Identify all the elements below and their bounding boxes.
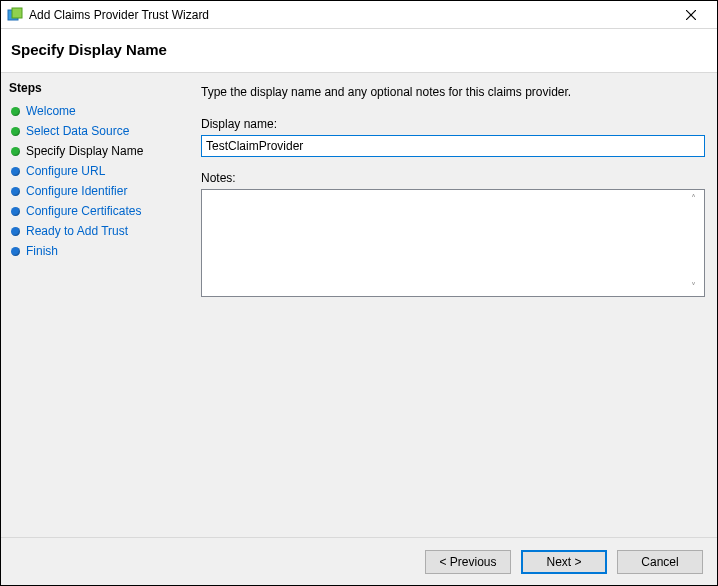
display-name-label: Display name: — [201, 117, 705, 135]
step-label: Configure Identifier — [26, 184, 127, 198]
svg-rect-1 — [12, 8, 22, 18]
step-configure-identifier[interactable]: Configure Identifier — [9, 181, 181, 201]
body: Steps Welcome Select Data Source Specify… — [1, 73, 717, 537]
titlebar: Add Claims Provider Trust Wizard — [1, 1, 717, 29]
header: Specify Display Name — [1, 29, 717, 73]
notes-box: ˄ ˅ — [201, 189, 705, 297]
step-bullet-icon — [11, 187, 20, 196]
content-panel: Type the display name and any optional n… — [189, 73, 717, 537]
steps-heading: Steps — [9, 79, 181, 101]
close-button[interactable] — [671, 1, 711, 29]
close-icon — [686, 10, 696, 20]
step-configure-url[interactable]: Configure URL — [9, 161, 181, 181]
step-label: Configure Certificates — [26, 204, 141, 218]
notes-label: Notes: — [201, 171, 705, 189]
step-bullet-icon — [11, 147, 20, 156]
app-icon — [7, 7, 23, 23]
step-label: Finish — [26, 244, 58, 258]
step-configure-certificates[interactable]: Configure Certificates — [9, 201, 181, 221]
step-bullet-icon — [11, 247, 20, 256]
display-name-input[interactable] — [201, 135, 705, 157]
notes-scrollbar[interactable]: ˄ ˅ — [685, 192, 702, 294]
footer: < Previous Next > Cancel — [1, 537, 717, 585]
notes-textarea[interactable] — [204, 192, 685, 294]
step-ready-to-add-trust[interactable]: Ready to Add Trust — [9, 221, 181, 241]
page-title: Specify Display Name — [11, 41, 707, 58]
step-label: Select Data Source — [26, 124, 129, 138]
step-specify-display-name[interactable]: Specify Display Name — [9, 141, 181, 161]
step-bullet-icon — [11, 207, 20, 216]
step-finish[interactable]: Finish — [9, 241, 181, 261]
step-bullet-icon — [11, 127, 20, 136]
scroll-down-icon: ˅ — [691, 280, 696, 294]
step-select-data-source[interactable]: Select Data Source — [9, 121, 181, 141]
step-bullet-icon — [11, 167, 20, 176]
cancel-button[interactable]: Cancel — [617, 550, 703, 574]
steps-sidebar: Steps Welcome Select Data Source Specify… — [1, 73, 189, 537]
step-bullet-icon — [11, 107, 20, 116]
step-bullet-icon — [11, 227, 20, 236]
step-label: Configure URL — [26, 164, 105, 178]
instruction-text: Type the display name and any optional n… — [201, 81, 705, 117]
step-welcome[interactable]: Welcome — [9, 101, 181, 121]
previous-button[interactable]: < Previous — [425, 550, 511, 574]
step-label: Specify Display Name — [26, 144, 143, 158]
window-title: Add Claims Provider Trust Wizard — [29, 8, 671, 22]
step-label: Welcome — [26, 104, 76, 118]
step-label: Ready to Add Trust — [26, 224, 128, 238]
scroll-up-icon: ˄ — [691, 192, 696, 206]
next-button[interactable]: Next > — [521, 550, 607, 574]
